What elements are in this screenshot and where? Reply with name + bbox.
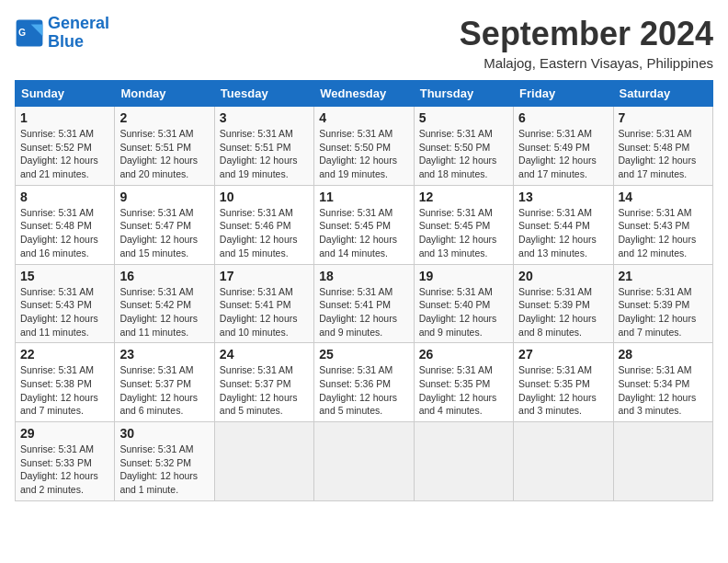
table-row <box>414 422 513 501</box>
table-row: 10 Sunrise: 5:31 AM Sunset: 5:46 PM Dayl… <box>214 185 313 264</box>
table-row <box>214 422 313 501</box>
day-info: Sunrise: 5:31 AM Sunset: 5:45 PM Dayligh… <box>419 206 508 260</box>
table-row: 16 Sunrise: 5:31 AM Sunset: 5:42 PM Dayl… <box>115 264 214 343</box>
day-info: Sunrise: 5:31 AM Sunset: 5:52 PM Dayligh… <box>20 127 109 181</box>
day-number: 3 <box>220 110 309 125</box>
logo-line2: Blue <box>48 32 84 51</box>
calendar-week-row: 29 Sunrise: 5:31 AM Sunset: 5:33 PM Dayl… <box>16 422 713 501</box>
day-info: Sunrise: 5:31 AM Sunset: 5:41 PM Dayligh… <box>319 285 408 339</box>
logo-icon: G <box>15 18 44 48</box>
calendar: Sunday Monday Tuesday Wednesday Thursday… <box>15 80 713 501</box>
day-number: 6 <box>518 110 608 125</box>
day-info: Sunrise: 5:31 AM Sunset: 5:50 PM Dayligh… <box>419 127 508 181</box>
table-row: 3 Sunrise: 5:31 AM Sunset: 5:51 PM Dayli… <box>214 107 313 186</box>
day-number: 4 <box>319 110 408 125</box>
table-row: 9 Sunrise: 5:31 AM Sunset: 5:47 PM Dayli… <box>115 185 214 264</box>
day-info: Sunrise: 5:31 AM Sunset: 5:35 PM Dayligh… <box>419 363 508 418</box>
day-info: Sunrise: 5:31 AM Sunset: 5:41 PM Dayligh… <box>220 285 309 339</box>
day-info: Sunrise: 5:31 AM Sunset: 5:39 PM Dayligh… <box>518 285 608 339</box>
logo-text: General Blue <box>48 15 109 52</box>
day-number: 16 <box>119 269 209 283</box>
logo: G General Blue <box>15 15 109 52</box>
table-row: 6 Sunrise: 5:31 AM Sunset: 5:49 PM Dayli… <box>514 107 613 186</box>
day-number: 12 <box>419 190 508 204</box>
table-row: 30 Sunrise: 5:31 AM Sunset: 5:32 PM Dayl… <box>115 422 214 501</box>
table-row: 8 Sunrise: 5:31 AM Sunset: 5:48 PM Dayli… <box>16 185 115 264</box>
day-number: 7 <box>619 110 708 125</box>
calendar-week-row: 22 Sunrise: 5:31 AM Sunset: 5:38 PM Dayl… <box>16 343 713 422</box>
day-number: 25 <box>319 347 408 362</box>
table-row: 29 Sunrise: 5:31 AM Sunset: 5:33 PM Dayl… <box>16 422 115 501</box>
day-number: 13 <box>518 190 608 204</box>
calendar-week-row: 8 Sunrise: 5:31 AM Sunset: 5:48 PM Dayli… <box>16 185 713 264</box>
svg-text:G: G <box>18 28 26 38</box>
table-row: 26 Sunrise: 5:31 AM Sunset: 5:35 PM Dayl… <box>414 343 513 422</box>
day-info: Sunrise: 5:31 AM Sunset: 5:35 PM Dayligh… <box>518 363 608 418</box>
day-number: 14 <box>619 190 708 204</box>
day-info: Sunrise: 5:31 AM Sunset: 5:37 PM Dayligh… <box>220 363 309 418</box>
day-info: Sunrise: 5:31 AM Sunset: 5:48 PM Dayligh… <box>20 206 109 260</box>
day-number: 10 <box>220 190 309 204</box>
table-row <box>613 422 712 501</box>
table-row: 20 Sunrise: 5:31 AM Sunset: 5:39 PM Dayl… <box>514 264 613 343</box>
table-row: 13 Sunrise: 5:31 AM Sunset: 5:44 PM Dayl… <box>514 185 613 264</box>
day-number: 19 <box>419 269 508 283</box>
day-info: Sunrise: 5:31 AM Sunset: 5:43 PM Dayligh… <box>20 285 109 339</box>
day-info: Sunrise: 5:31 AM Sunset: 5:38 PM Dayligh… <box>20 363 109 418</box>
day-number: 11 <box>319 190 408 204</box>
day-info: Sunrise: 5:31 AM Sunset: 5:44 PM Dayligh… <box>518 206 608 260</box>
day-info: Sunrise: 5:31 AM Sunset: 5:40 PM Dayligh… <box>419 285 508 339</box>
day-info: Sunrise: 5:31 AM Sunset: 5:51 PM Dayligh… <box>220 127 309 181</box>
table-row: 14 Sunrise: 5:31 AM Sunset: 5:43 PM Dayl… <box>613 185 712 264</box>
day-number: 2 <box>119 110 209 125</box>
table-row: 2 Sunrise: 5:31 AM Sunset: 5:51 PM Dayli… <box>115 107 214 186</box>
day-number: 17 <box>220 269 309 283</box>
day-number: 21 <box>619 269 708 283</box>
col-saturday: Saturday <box>613 81 712 107</box>
day-number: 28 <box>619 347 708 362</box>
day-number: 18 <box>319 269 408 283</box>
day-info: Sunrise: 5:31 AM Sunset: 5:51 PM Dayligh… <box>119 127 209 181</box>
table-row: 7 Sunrise: 5:31 AM Sunset: 5:48 PM Dayli… <box>613 107 712 186</box>
day-info: Sunrise: 5:31 AM Sunset: 5:42 PM Dayligh… <box>119 285 209 339</box>
table-row: 28 Sunrise: 5:31 AM Sunset: 5:34 PM Dayl… <box>613 343 712 422</box>
table-row: 17 Sunrise: 5:31 AM Sunset: 5:41 PM Dayl… <box>214 264 313 343</box>
day-info: Sunrise: 5:31 AM Sunset: 5:48 PM Dayligh… <box>619 127 708 181</box>
table-row: 24 Sunrise: 5:31 AM Sunset: 5:37 PM Dayl… <box>214 343 313 422</box>
table-row: 27 Sunrise: 5:31 AM Sunset: 5:35 PM Dayl… <box>514 343 613 422</box>
table-row: 4 Sunrise: 5:31 AM Sunset: 5:50 PM Dayli… <box>314 107 414 186</box>
table-row: 25 Sunrise: 5:31 AM Sunset: 5:36 PM Dayl… <box>314 343 414 422</box>
table-row: 5 Sunrise: 5:31 AM Sunset: 5:50 PM Dayli… <box>414 107 513 186</box>
table-row: 15 Sunrise: 5:31 AM Sunset: 5:43 PM Dayl… <box>16 264 115 343</box>
day-number: 15 <box>20 269 109 283</box>
page-header: G General Blue September 2024 Malajog, E… <box>15 15 713 71</box>
day-info: Sunrise: 5:31 AM Sunset: 5:37 PM Dayligh… <box>119 363 209 418</box>
month-year: September 2024 <box>460 15 713 53</box>
day-number: 8 <box>20 190 109 204</box>
table-row <box>314 422 414 501</box>
table-row: 18 Sunrise: 5:31 AM Sunset: 5:41 PM Dayl… <box>314 264 414 343</box>
logo-line1: General <box>48 14 109 32</box>
table-row <box>514 422 613 501</box>
col-wednesday: Wednesday <box>314 81 414 107</box>
col-thursday: Thursday <box>414 81 513 107</box>
col-monday: Monday <box>115 81 214 107</box>
table-row: 22 Sunrise: 5:31 AM Sunset: 5:38 PM Dayl… <box>16 343 115 422</box>
day-info: Sunrise: 5:31 AM Sunset: 5:45 PM Dayligh… <box>319 206 408 260</box>
day-info: Sunrise: 5:31 AM Sunset: 5:33 PM Dayligh… <box>20 442 109 497</box>
day-number: 5 <box>419 110 508 125</box>
table-row: 23 Sunrise: 5:31 AM Sunset: 5:37 PM Dayl… <box>115 343 214 422</box>
table-row: 21 Sunrise: 5:31 AM Sunset: 5:39 PM Dayl… <box>613 264 712 343</box>
day-number: 27 <box>518 347 608 362</box>
table-row: 12 Sunrise: 5:31 AM Sunset: 5:45 PM Dayl… <box>414 185 513 264</box>
day-info: Sunrise: 5:31 AM Sunset: 5:39 PM Dayligh… <box>619 285 708 339</box>
col-friday: Friday <box>514 81 613 107</box>
day-number: 24 <box>220 347 309 362</box>
day-info: Sunrise: 5:31 AM Sunset: 5:36 PM Dayligh… <box>319 363 408 418</box>
day-number: 23 <box>119 347 209 362</box>
day-info: Sunrise: 5:31 AM Sunset: 5:32 PM Dayligh… <box>119 442 209 497</box>
day-number: 22 <box>20 347 109 362</box>
col-tuesday: Tuesday <box>214 81 313 107</box>
day-info: Sunrise: 5:31 AM Sunset: 5:43 PM Dayligh… <box>619 206 708 260</box>
col-sunday: Sunday <box>16 81 115 107</box>
